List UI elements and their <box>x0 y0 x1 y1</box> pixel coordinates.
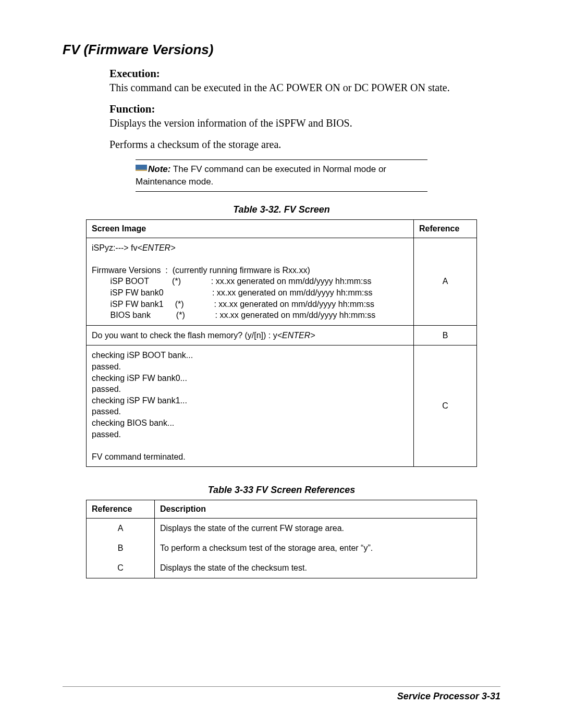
execution-heading: Execution: <box>109 67 500 80</box>
table-32-row-a: iSPyz:---> fv<ENTER> Firmware Versions :… <box>87 238 477 325</box>
table-33-row-b-ref: B <box>87 538 155 558</box>
table-32-row-a-screen: iSPyz:---> fv<ENTER> Firmware Versions :… <box>87 238 414 325</box>
row-c-line8: passed. <box>92 429 408 440</box>
row-c-line1: checking iSP BOOT bank... <box>92 350 408 361</box>
row-b-line-pre: Do you want to check the flash memory? (… <box>92 331 277 340</box>
function-text-2: Performs a checksum of the storage area. <box>109 138 500 151</box>
footer-rule <box>63 686 500 687</box>
table-33-row-c-ref: C <box>87 558 155 578</box>
footer-text: Service Processor 3-31 <box>63 691 500 702</box>
content-block: Execution: This command can be executed … <box>109 67 500 151</box>
row-a-prompt-pre: iSPyz:---> fv <box>92 243 138 252</box>
function-text-1: Displays the version information of the … <box>109 117 500 130</box>
table-33: Reference Description A Displays the sta… <box>86 500 477 578</box>
row-a-blank <box>92 253 408 265</box>
note-content: Note: The FV command can be executed in … <box>136 163 427 188</box>
row-b-line: Do you want to check the flash memory? (… <box>92 330 408 341</box>
row-a-prompt-enter: <ENTER> <box>138 243 176 252</box>
table-33-row-a-desc: Displays the state of the current FW sto… <box>155 519 477 539</box>
note-text: The FV command can be executed in Normal… <box>136 164 386 187</box>
note-label: Note: <box>148 164 170 174</box>
table-33-row-c: C Displays the state of the checksum tes… <box>87 558 477 578</box>
table-33-row-b-desc: To perform a checksum test of the storag… <box>155 538 477 558</box>
page-footer: Service Processor 3-31 <box>63 686 500 702</box>
row-c-line6: passed. <box>92 406 408 417</box>
row-a-prompt: iSPyz:---> fv<ENTER> <box>92 242 408 254</box>
row-c-line3: checking iSP FW bank0... <box>92 373 408 384</box>
table-32-header-reference: Reference <box>414 219 477 238</box>
row-a-line5: BIOS bank (*) : xx.xx generated on mm/dd… <box>92 310 408 321</box>
table-32-row-c: checking iSP BOOT bank... passed. checki… <box>87 346 477 467</box>
row-a-line3: iSP FW bank0 : xx.xx generated on mm/dd/… <box>92 287 408 299</box>
row-a-line2: iSP BOOT (*) : xx.xx generated on mm/dd/… <box>92 276 408 287</box>
row-a-line1: Firmware Versions : (currently running f… <box>92 265 408 276</box>
note-block: Note: The FV command can be executed in … <box>136 159 427 192</box>
table-32-row-c-screen: checking iSP BOOT bank... passed. checki… <box>87 346 414 467</box>
row-c-line2: passed. <box>92 361 408 373</box>
row-c-line10: FV command terminated. <box>92 451 408 463</box>
table-32: Screen Image Reference iSPyz:---> fv<ENT… <box>86 219 477 467</box>
table-32-header-row: Screen Image Reference <box>87 219 477 238</box>
table-32-row-c-ref: C <box>414 346 477 467</box>
row-c-line4: passed. <box>92 384 408 395</box>
table-33-header-description: Description <box>155 500 477 519</box>
note-rule-bottom <box>136 191 427 192</box>
function-heading: Function: <box>109 103 500 116</box>
note-rule-top <box>136 159 427 160</box>
section-title: FV (Firmware Versions) <box>63 42 500 58</box>
table-32-row-b: Do you want to check the flash memory? (… <box>87 325 477 346</box>
execution-text: This command can be executed in the AC P… <box>109 81 500 94</box>
table-32-caption: Table 3-32. FV Screen <box>63 204 500 215</box>
table-33-header-reference: Reference <box>87 500 155 519</box>
table-33-row-a-ref: A <box>87 519 155 539</box>
table-33-caption: Table 3-33 FV Screen References <box>63 485 500 496</box>
table-32-row-b-ref: B <box>414 325 477 346</box>
table-32-header-screen-image: Screen Image <box>87 219 414 238</box>
page: FV (Firmware Versions) Execution: This c… <box>0 0 563 728</box>
row-c-line5: checking iSP FW bank1... <box>92 395 408 406</box>
note-icon <box>136 165 147 173</box>
table-33-row-a: A Displays the state of the current FW s… <box>87 519 477 539</box>
table-32-row-b-screen: Do you want to check the flash memory? (… <box>87 325 414 346</box>
table-33-row-c-desc: Displays the state of the checksum test. <box>155 558 477 578</box>
row-a-line4: iSP FW bank1 (*) : xx.xx generated on mm… <box>92 299 408 310</box>
row-c-line9 <box>92 440 408 451</box>
row-b-line-enter: <ENTER> <box>277 331 315 340</box>
table-33-row-b: B To perform a checksum test of the stor… <box>87 538 477 558</box>
table-32-row-a-ref: A <box>414 238 477 325</box>
row-c-line7: checking BIOS bank... <box>92 417 408 429</box>
table-33-header-row: Reference Description <box>87 500 477 519</box>
